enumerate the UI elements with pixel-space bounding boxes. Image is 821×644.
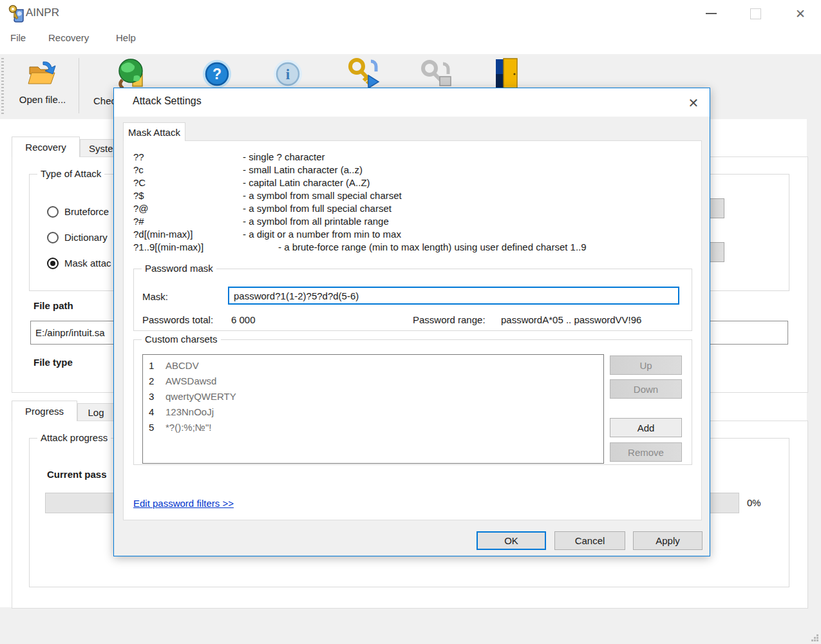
tab-progress[interactable]: Progress [12, 401, 77, 421]
dialog-close-button[interactable]: ✕ [684, 93, 703, 113]
help-token: ?c [133, 164, 144, 175]
charset-item[interactable]: 2AWSDawsd [143, 374, 603, 389]
tab-log[interactable]: Log [77, 403, 115, 421]
menu-recovery[interactable]: Recovery [48, 32, 89, 43]
charset-value: *?():%;№"! [165, 422, 211, 433]
radio-bruteforce-label: Bruteforce [64, 206, 109, 217]
passwords-total-label: Passwords total: [142, 314, 213, 325]
password-range-label: Password range: [413, 314, 486, 325]
charset-value: ABCDV [165, 360, 199, 371]
up-button[interactable]: Up [610, 355, 682, 375]
password-range-value: passwordA*05 .. passwordVV!96 [501, 314, 641, 325]
mask-input[interactable] [228, 287, 679, 305]
open-file-icon [26, 80, 59, 91]
tab-recovery-label: Recovery [25, 142, 66, 153]
custom-charsets-legend: Custom charsets [142, 334, 221, 345]
menu-help[interactable]: Help [116, 32, 136, 43]
ok-button[interactable]: OK [477, 531, 546, 550]
tab-recovery[interactable]: Recovery [12, 137, 80, 157]
maximize-button[interactable] [741, 0, 770, 27]
app-title: AINPR [26, 6, 59, 19]
help-desc: - small Latin character (a..z) [243, 164, 363, 175]
charset-index: 1 [149, 358, 157, 374]
password-mask-legend: Password mask [142, 263, 216, 274]
charset-value: AWSDawsd [165, 375, 216, 386]
toolbar-grip [1, 58, 4, 115]
charset-item[interactable]: 5*?():%;№"! [143, 420, 603, 435]
tab-mask-attack-label: Mask Attack [128, 127, 180, 138]
charset-listbox[interactable]: 1ABCDV 2AWSDawsd 3qwertyQWERTY 4123NnOoJ… [142, 354, 604, 464]
svg-text:i: i [286, 66, 290, 82]
remove-button[interactable]: Remove [610, 442, 682, 462]
help-desc: - a symbol from small special charset [243, 190, 402, 201]
resize-grip[interactable] [811, 634, 818, 641]
charset-item[interactable]: 3qwertyQWERTY [143, 389, 603, 404]
toolbar-separator [79, 58, 79, 113]
charset-index: 2 [149, 374, 157, 389]
charset-item[interactable]: 4123NnOoJj [143, 404, 603, 420]
maximize-icon [750, 8, 761, 19]
attack-progress-legend: Attack progress [37, 432, 111, 443]
close-button[interactable]: ✕ [786, 0, 815, 27]
help-desc: - a brute-force range (min to max length… [278, 242, 587, 252]
charset-value: qwertyQWERTY [165, 391, 236, 402]
help-desc: - a symbol from full special charset [243, 203, 392, 214]
add-button[interactable]: Add [610, 418, 682, 437]
charset-index: 5 [149, 420, 157, 435]
help-token: ?# [133, 216, 144, 227]
help-desc: - capital Latin character (A..Z) [243, 177, 370, 188]
help-desc: - a symbol from all printable range [243, 216, 389, 227]
type-of-attack-legend: Type of Attack [37, 168, 104, 179]
charset-value: 123NnOoJj [165, 406, 214, 417]
tab-mask-attack[interactable]: Mask Attack [123, 122, 185, 141]
file-type-label: File type [33, 357, 73, 368]
progress-percent: 0% [747, 497, 761, 508]
file-path-label: File path [33, 300, 73, 311]
edit-password-filters-link[interactable]: Edit password filters >> [133, 498, 234, 509]
help-desc: - a digit or a number from min to max [243, 229, 401, 240]
dialog-close-icon: ✕ [688, 95, 699, 111]
help-token: ?C [133, 177, 146, 188]
cancel-button[interactable]: Cancel [554, 531, 625, 550]
radio-bruteforce[interactable] [47, 206, 59, 218]
help-token: ?@ [133, 203, 149, 214]
help-token: ?d[(min-max)] [133, 229, 193, 240]
radio-dictionary[interactable] [47, 232, 59, 243]
titlebar: AINPR ✕ [0, 0, 821, 27]
current-password-label: Current pass [47, 469, 107, 480]
apply-button[interactable]: Apply [633, 531, 703, 550]
help-token: ?1..9[(min-max)] [133, 242, 203, 252]
passwords-total-value: 6 000 [231, 314, 256, 325]
close-icon: ✕ [795, 6, 806, 21]
help-token: ?$ [133, 190, 144, 201]
menu-file[interactable]: File [10, 32, 26, 43]
minimize-button[interactable] [696, 0, 726, 27]
app-icon [8, 5, 25, 23]
mask-attack-panel: ?? - single ? character ?c - small Latin… [123, 140, 702, 520]
radio-dictionary-label: Dictionary [64, 232, 108, 243]
open-file-label: Open file... [12, 94, 73, 105]
password-mask-group: Password mask Mask: Passwords total: 6 0… [133, 269, 692, 331]
minimize-icon [706, 13, 717, 14]
charset-item[interactable]: 1ABCDV [143, 358, 603, 374]
charset-index: 3 [149, 389, 157, 404]
radio-mask-attack-label: Mask attac [64, 258, 111, 269]
tab-progress-label: Progress [25, 406, 64, 417]
custom-charsets-group: Custom charsets 1ABCDV 2AWSDawsd 3qwerty… [133, 339, 692, 465]
down-button[interactable]: Down [610, 379, 682, 399]
open-file-button[interactable]: Open file... [12, 57, 73, 105]
mask-label: Mask: [142, 291, 168, 302]
app-window: AINPR ✕ File Recovery Help Open file... [0, 0, 821, 644]
help-desc: - single ? character [243, 151, 325, 162]
dialog-titlebar [114, 88, 710, 117]
tab-log-label: Log [88, 407, 104, 418]
help-token: ?? [133, 151, 144, 162]
radio-mask-attack[interactable] [47, 258, 59, 269]
attack-settings-dialog: Attack Settings ✕ Mask Attack ?? - singl… [113, 88, 710, 556]
tab-system-label: Syste [89, 143, 113, 154]
svg-text:?: ? [212, 66, 222, 82]
charset-index: 4 [149, 404, 157, 420]
dialog-title: Attack Settings [133, 95, 202, 107]
